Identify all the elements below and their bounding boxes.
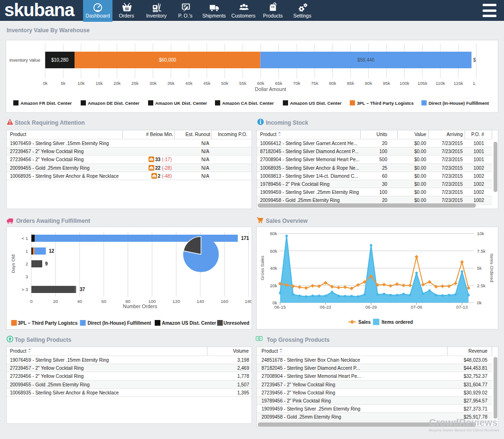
svg-text:10k: 10k bbox=[77, 81, 85, 86]
svg-text:60k: 60k bbox=[257, 81, 265, 86]
svg-text:180: 180 bbox=[245, 299, 252, 304]
svg-text:75k: 75k bbox=[311, 81, 318, 86]
svg-text:85k: 85k bbox=[347, 81, 355, 86]
svg-text:10k: 10k bbox=[477, 231, 485, 236]
svg-text:40k: 40k bbox=[185, 81, 193, 86]
svg-text:Amazon US Dist. Center: Amazon US Dist. Center bbox=[162, 320, 216, 326]
svg-text:7.5k: 7.5k bbox=[477, 248, 485, 254]
svg-text:07-06: 07-06 bbox=[411, 304, 422, 310]
svg-text:0k: 0k bbox=[43, 81, 47, 86]
svg-text:Number Orders: Number Orders bbox=[123, 303, 157, 309]
svg-text:Items Ordered: Items Ordered bbox=[489, 254, 495, 283]
svg-text:Amazon UK Dist. Center: Amazon UK Dist. Center bbox=[155, 101, 207, 106]
svg-text:9: 9 bbox=[45, 261, 48, 266]
svg-text:30k: 30k bbox=[149, 81, 157, 86]
svg-text:37: 37 bbox=[80, 287, 85, 292]
svg-text:171: 171 bbox=[241, 236, 249, 241]
svg-text:Amazon US Dist. Center: Amazon US Dist. Center bbox=[290, 101, 342, 106]
svg-text:Direct (In-House) Fulfillment: Direct (In-House) Fulfillment bbox=[429, 101, 489, 106]
svg-text:160: 160 bbox=[221, 299, 228, 304]
svg-text:2.5k: 2.5k bbox=[477, 283, 485, 288]
svg-text:Amazon FR Dist. Center: Amazon FR Dist. Center bbox=[20, 101, 72, 106]
svg-text:< 1: < 1 bbox=[22, 236, 28, 241]
svg-text:45k: 45k bbox=[203, 81, 211, 86]
svg-text:0: 0 bbox=[30, 299, 32, 304]
svg-text:105k: 105k bbox=[418, 81, 428, 86]
svg-text:25k: 25k bbox=[131, 81, 139, 86]
svg-text:2: 2 bbox=[26, 261, 28, 266]
svg-text:5k: 5k bbox=[61, 81, 65, 86]
svg-text:Dollar Amount: Dollar Amount bbox=[255, 86, 286, 92]
svg-text:$60,000: $60,000 bbox=[159, 57, 177, 63]
svg-text:Direct (In-House) Fulfillment: Direct (In-House) Fulfillment bbox=[88, 320, 152, 326]
svg-text:110k: 110k bbox=[436, 81, 445, 86]
svg-text:40k: 40k bbox=[270, 265, 278, 271]
svg-text:Inventory Value: Inventory Value bbox=[9, 57, 40, 63]
svg-text:80k: 80k bbox=[270, 231, 278, 236]
svg-text:100k: 100k bbox=[400, 81, 410, 86]
svg-text:0k: 0k bbox=[477, 300, 482, 305]
svg-text:3: 3 bbox=[26, 274, 28, 279]
svg-text:Items ordered: Items ordered bbox=[382, 320, 413, 325]
svg-text:70k: 70k bbox=[293, 81, 300, 86]
svg-text:06-29: 06-29 bbox=[365, 304, 377, 310]
svg-text:40: 40 bbox=[77, 299, 83, 304]
svg-text:Unresolved: Unresolved bbox=[224, 320, 249, 326]
svg-text:95k: 95k bbox=[383, 81, 391, 86]
svg-text:20: 20 bbox=[53, 299, 58, 304]
svg-text:50k: 50k bbox=[221, 81, 229, 86]
svg-text:$: $ bbox=[473, 57, 476, 63]
svg-text:80k: 80k bbox=[329, 81, 336, 86]
svg-text:12: 12 bbox=[49, 248, 55, 254]
svg-text:Amazon CA Dist. Center: Amazon CA Dist. Center bbox=[222, 101, 274, 106]
svg-text:Days Old: Days Old bbox=[10, 255, 16, 273]
svg-text:20k: 20k bbox=[113, 81, 121, 86]
svg-text:20k: 20k bbox=[270, 283, 278, 288]
svg-text:65k: 65k bbox=[275, 81, 283, 86]
svg-text:1: 1 bbox=[26, 248, 28, 254]
svg-text:5k: 5k bbox=[477, 265, 482, 271]
svg-text:1.: 1. bbox=[473, 81, 476, 86]
svg-text:3PL – Third Party Logistcs: 3PL – Third Party Logistcs bbox=[18, 320, 78, 326]
svg-text:Gross Sales: Gross Sales bbox=[260, 256, 265, 280]
svg-text:$58,446: $58,446 bbox=[357, 57, 375, 63]
svg-text:115k: 115k bbox=[454, 81, 463, 86]
svg-text:35k: 35k bbox=[167, 81, 175, 86]
svg-text:60: 60 bbox=[101, 299, 106, 304]
svg-text:Sales: Sales bbox=[358, 320, 371, 325]
svg-text:90k: 90k bbox=[365, 81, 373, 86]
svg-text:55k: 55k bbox=[239, 81, 247, 86]
svg-text:$10,280: $10,280 bbox=[51, 57, 69, 63]
svg-text:3PL – Third Party Logistcs: 3PL – Third Party Logistcs bbox=[357, 101, 414, 106]
svg-text:140: 140 bbox=[196, 299, 204, 304]
svg-text:06-22: 06-22 bbox=[320, 304, 331, 310]
svg-text:06-15: 06-15 bbox=[274, 304, 286, 310]
svg-text:15k: 15k bbox=[95, 81, 103, 86]
svg-text:> 3: > 3 bbox=[22, 287, 28, 292]
svg-text:Amazon DE Dist. Center: Amazon DE Dist. Center bbox=[88, 101, 140, 106]
svg-text:60k: 60k bbox=[270, 248, 278, 254]
svg-text:120: 120 bbox=[172, 299, 180, 304]
svg-text:07-13: 07-13 bbox=[456, 304, 467, 310]
